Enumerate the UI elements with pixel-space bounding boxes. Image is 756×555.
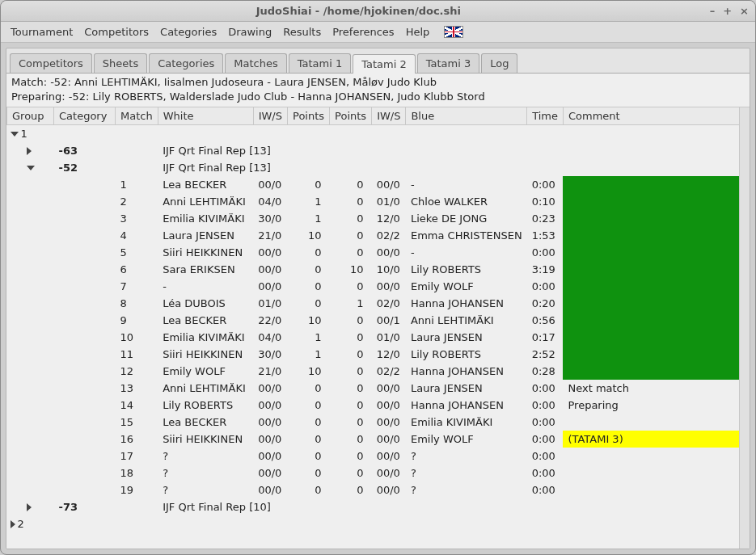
menu-competitors[interactable]: Competitors bbox=[84, 26, 149, 38]
expand-toggle-icon[interactable] bbox=[27, 147, 32, 155]
tab-matches[interactable]: Matches bbox=[225, 53, 286, 73]
menu-drawing[interactable]: Drawing bbox=[228, 26, 272, 38]
tree-group-row[interactable]: 2 bbox=[7, 515, 750, 532]
white-name: ? bbox=[158, 448, 253, 465]
match-row[interactable]: 1Lea BECKER00/00000/0-0:00 bbox=[7, 176, 750, 193]
menu-preferences[interactable]: Preferences bbox=[332, 26, 394, 38]
tab-tatami-1[interactable]: Tatami 1 bbox=[289, 53, 352, 73]
menu-categories[interactable]: Categories bbox=[160, 26, 217, 38]
match-row[interactable]: 12Emily WOLF21/010002/2Hanna JOHANSEN0:2… bbox=[7, 363, 750, 380]
match-row[interactable]: 5Siiri HEIKKINEN00/00000/0-0:00 bbox=[7, 244, 750, 261]
tab-sheets[interactable]: Sheets bbox=[94, 53, 147, 73]
time: 0:10 bbox=[527, 193, 564, 210]
tree-group-row[interactable]: 1 bbox=[7, 125, 750, 142]
comment-cell bbox=[563, 414, 749, 431]
points-blue: 0 bbox=[330, 481, 372, 498]
col-comment[interactable]: Comment bbox=[563, 107, 749, 125]
tab-tatami-3[interactable]: Tatami 3 bbox=[417, 53, 480, 73]
comment-cell bbox=[563, 312, 749, 329]
iws-blue: 00/0 bbox=[372, 465, 406, 481]
iws-white: 00/0 bbox=[253, 465, 287, 481]
white-name: Emilia KIVIMÄKI bbox=[158, 210, 253, 227]
blue-name: Hanna JOHANSEN bbox=[406, 295, 527, 312]
blue-name: Lily ROBERTS bbox=[406, 346, 527, 363]
col-time[interactable]: Time bbox=[527, 107, 564, 125]
menu-results[interactable]: Results bbox=[283, 26, 321, 38]
col-category[interactable]: Category bbox=[54, 107, 116, 125]
match-number: 3 bbox=[116, 210, 158, 227]
match-row[interactable]: 15Lea BECKER00/00000/0Emilia KIVIMÄKI0:0… bbox=[7, 414, 750, 431]
col-white[interactable]: White bbox=[158, 107, 253, 125]
comment-cell bbox=[563, 176, 749, 193]
white-name: Siiri HEIKKINEN bbox=[158, 431, 253, 448]
time: 0:17 bbox=[527, 329, 564, 346]
iws-white: 00/0 bbox=[253, 414, 287, 431]
expand-toggle-icon[interactable] bbox=[27, 166, 35, 170]
tree-category-row[interactable]: -63 IJF Qrt Final Rep [13] bbox=[7, 142, 750, 159]
match-row[interactable]: 14Lily ROBERTS00/00000/0Hanna JOHANSEN0:… bbox=[7, 397, 750, 414]
match-row[interactable]: 13Anni LEHTIMÄKI00/00000/0Laura JENSEN0:… bbox=[7, 380, 750, 397]
iws-white: 00/0 bbox=[253, 431, 287, 448]
col-iws-white[interactable]: IW/S bbox=[253, 107, 287, 125]
points-blue: 0 bbox=[330, 227, 372, 244]
blue-name: Hanna JOHANSEN bbox=[406, 397, 527, 414]
col-points-white[interactable]: Points bbox=[288, 107, 330, 125]
col-group[interactable]: Group bbox=[7, 107, 54, 125]
time: 0:23 bbox=[527, 210, 564, 227]
tree-category-row[interactable]: -52 IJF Qrt Final Rep [13] bbox=[7, 159, 750, 176]
match-row[interactable]: 17?00/00000/0?0:00 bbox=[7, 448, 750, 465]
points-white: 0 bbox=[288, 431, 330, 448]
match-row[interactable]: 18?00/00000/0?0:00 bbox=[7, 465, 750, 481]
time: 3:19 bbox=[527, 261, 564, 278]
time: 0:20 bbox=[527, 295, 564, 312]
points-blue: 0 bbox=[330, 431, 372, 448]
iws-blue: 00/0 bbox=[372, 448, 406, 465]
match-row[interactable]: 3Emilia KIVIMÄKI30/01012/0Lieke DE JONG0… bbox=[7, 210, 750, 227]
expand-toggle-icon[interactable] bbox=[11, 520, 15, 528]
tree-category-row[interactable]: -73 IJF Qrt Final Rep [10] bbox=[7, 498, 750, 515]
iws-white: 00/0 bbox=[253, 380, 287, 397]
col-iws-blue[interactable]: IW/S bbox=[372, 107, 406, 125]
col-points-blue[interactable]: Points bbox=[330, 107, 372, 125]
iws-blue: 00/0 bbox=[372, 414, 406, 431]
match-number: 1 bbox=[116, 176, 158, 193]
match-row[interactable]: 16Siiri HEIKKINEN00/00000/0Emily WOLF0:0… bbox=[7, 431, 750, 448]
col-match[interactable]: Match bbox=[116, 107, 158, 125]
match-row[interactable]: 10Emilia KIVIMÄKI04/01001/0Laura JENSEN0… bbox=[7, 329, 750, 346]
match-row[interactable]: 7-00/00000/0Emily WOLF0:00 bbox=[7, 278, 750, 295]
match-row[interactable]: 4Laura JENSEN21/010002/2Emma CHRISTENSEN… bbox=[7, 227, 750, 244]
expand-toggle-icon[interactable] bbox=[27, 503, 32, 511]
category-desc: IJF Qrt Final Rep [10] bbox=[158, 498, 749, 515]
match-row[interactable]: 8Léa DUBOIS01/00102/0Hanna JOHANSEN0:20 bbox=[7, 295, 750, 312]
match-row[interactable]: 11Siiri HEIKKINEN30/01012/0Lily ROBERTS2… bbox=[7, 346, 750, 363]
match-number: 15 bbox=[116, 414, 158, 431]
white-name: Lea BECKER bbox=[158, 312, 253, 329]
tab-competitors[interactable]: Competitors bbox=[10, 53, 92, 73]
app-window: JudoShiai - /home/hjokinen/doc.shi – + ×… bbox=[0, 0, 756, 555]
points-white: 10 bbox=[288, 363, 330, 380]
iws-blue: 00/0 bbox=[372, 176, 406, 193]
match-row[interactable]: 6Sara ERIKSEN00/001010/0Lily ROBERTS3:19 bbox=[7, 261, 750, 278]
expand-toggle-icon[interactable] bbox=[11, 132, 19, 137]
match-row[interactable]: 9Lea BECKER22/010000/1Anni LEHTIMÄKI0:56 bbox=[7, 312, 750, 329]
iws-white: 30/0 bbox=[253, 210, 287, 227]
language-flag-icon[interactable] bbox=[444, 26, 463, 38]
points-blue: 0 bbox=[330, 244, 372, 261]
match-row[interactable]: 19?00/00000/0?0:00 bbox=[7, 481, 750, 498]
tab-categories[interactable]: Categories bbox=[149, 53, 223, 73]
tab-log[interactable]: Log bbox=[481, 53, 517, 73]
menu-tournament[interactable]: Tournament bbox=[11, 26, 73, 38]
window-maximize-button[interactable]: + bbox=[723, 5, 732, 17]
tab-tatami-2[interactable]: Tatami 2 bbox=[353, 54, 416, 74]
window-minimize-button[interactable]: – bbox=[710, 5, 716, 17]
match-row[interactable]: 2Anni LEHTIMÄKI04/01001/0Chloe WALKER0:1… bbox=[7, 193, 750, 210]
points-white: 0 bbox=[288, 380, 330, 397]
col-blue[interactable]: Blue bbox=[406, 107, 527, 125]
vertical-scrollbar[interactable] bbox=[739, 107, 750, 549]
blue-name: Hanna JOHANSEN bbox=[406, 363, 527, 380]
white-name: ? bbox=[158, 465, 253, 481]
window-close-button[interactable]: × bbox=[740, 5, 749, 17]
menu-help[interactable]: Help bbox=[406, 26, 430, 38]
points-blue: 0 bbox=[330, 278, 372, 295]
match-number: 11 bbox=[116, 346, 158, 363]
